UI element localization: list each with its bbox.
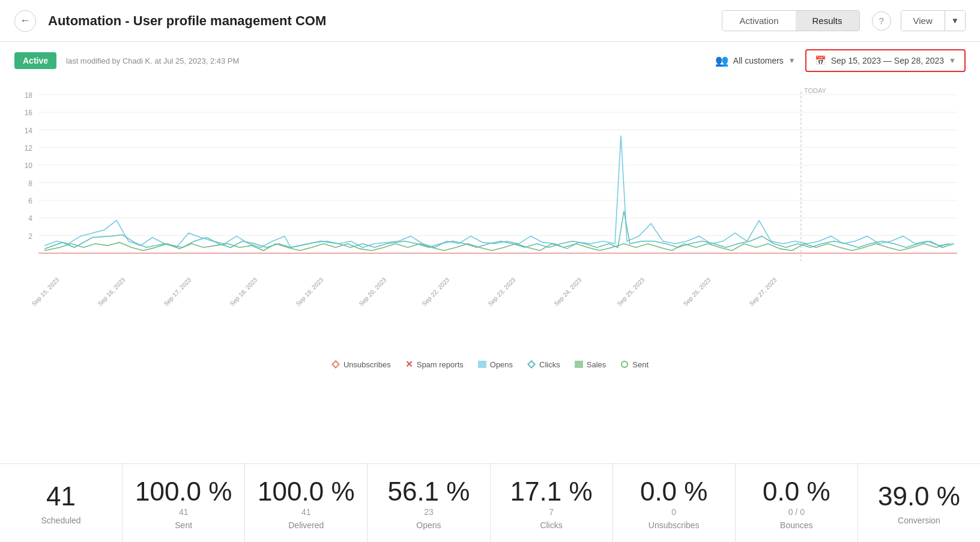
svg-point-37: [622, 361, 628, 367]
header: ← Automation - User profile management C…: [0, 0, 980, 42]
stat-clicks-sub: 7: [549, 507, 554, 517]
view-caret-button[interactable]: ▼: [945, 11, 965, 31]
svg-text:Sep 22, 2023: Sep 22, 2023: [421, 276, 451, 307]
stat-opens-label: Opens: [416, 520, 441, 530]
svg-rect-35: [528, 361, 534, 367]
svg-text:Sep 25, 2023: Sep 25, 2023: [616, 276, 646, 307]
stat-conversion: 39.0 % Conversion: [858, 464, 980, 542]
svg-text:Sep 20, 2023: Sep 20, 2023: [358, 276, 388, 307]
date-range-button[interactable]: 📅 Sep 15, 2023 — Sep 28, 2023 ▼: [805, 49, 966, 72]
stat-unsubscribes-main: 0.0 %: [640, 478, 708, 505]
audience-icon: 👥: [715, 54, 728, 67]
stat-opens-sub: 23: [424, 507, 434, 517]
legend-spam-label: Spam reports: [417, 360, 464, 369]
legend-sales: Sales: [575, 360, 606, 369]
page: ← Automation - User profile management C…: [0, 0, 980, 542]
stat-bounces-main: 0.0 %: [763, 478, 830, 505]
subheader: Active last modified by Chadi K. at Jul …: [0, 42, 980, 79]
stat-clicks-label: Clicks: [540, 520, 562, 530]
stat-bounces-label: Bounces: [780, 520, 812, 530]
audience-caret: ▼: [788, 56, 796, 65]
stat-sent-label: Sent: [175, 520, 192, 530]
stat-conversion-main: 39.0 %: [878, 483, 960, 510]
audience-label: All customers: [733, 56, 784, 65]
stat-scheduled: 41 Scheduled: [0, 464, 122, 542]
tab-group: Activation Results: [722, 10, 859, 31]
calendar-icon: 📅: [815, 55, 826, 66]
svg-text:14: 14: [25, 126, 32, 134]
stats-bar: 41 Scheduled 100.0 % 41 Sent 100.0 % 41 …: [0, 463, 980, 542]
chart-legend: Unsubscribes ✕ Spam reports Opens Clicks…: [14, 349, 966, 379]
svg-text:18: 18: [25, 91, 32, 100]
legend-unsubscribes: Unsubscribes: [331, 360, 391, 369]
legend-sales-label: Sales: [587, 360, 606, 369]
stat-delivered: 100.0 % 41 Delivered: [245, 464, 368, 542]
stat-opens: 56.1 % 23 Opens: [368, 464, 490, 542]
stat-scheduled-main: 41: [46, 483, 76, 510]
svg-text:Sep 27, 2023: Sep 27, 2023: [748, 276, 778, 307]
stat-sent-sub: 41: [179, 507, 189, 517]
svg-text:TODAY: TODAY: [804, 86, 826, 94]
tab-results[interactable]: Results: [796, 11, 859, 31]
tab-activation[interactable]: Activation: [722, 11, 795, 31]
svg-text:Sep 17, 2023: Sep 17, 2023: [163, 276, 193, 307]
stat-unsubscribes-sub: 0: [671, 507, 676, 517]
stat-unsubscribes-label: Unsubscribes: [649, 520, 700, 530]
back-button[interactable]: ←: [14, 10, 36, 32]
svg-text:6: 6: [28, 197, 32, 205]
legend-sent: Sent: [620, 360, 649, 369]
page-title: Automation - User profile management COM: [48, 13, 710, 29]
spam-x-icon: ✕: [405, 359, 413, 370]
view-btn-group: View ▼: [901, 10, 966, 31]
svg-text:Sep 18, 2023: Sep 18, 2023: [229, 276, 259, 307]
legend-opens: Opens: [478, 360, 513, 369]
stat-opens-main: 56.1 %: [387, 478, 470, 505]
stat-delivered-sub: 41: [301, 507, 311, 517]
stat-conversion-label: Conversion: [898, 516, 940, 525]
view-button[interactable]: View: [901, 11, 945, 31]
legend-clicks: Clicks: [527, 360, 560, 369]
stat-clicks: 17.1 % 7 Clicks: [491, 464, 613, 542]
svg-text:8: 8: [28, 179, 32, 187]
legend-unsubscribes-label: Unsubscribes: [343, 360, 391, 369]
stat-bounces: 0.0 % 0 / 0 Bounces: [736, 464, 858, 542]
stat-scheduled-label: Scheduled: [41, 516, 80, 525]
stat-unsubscribes: 0.0 % 0 Unsubscribes: [613, 464, 736, 542]
svg-text:Sep 15, 2023: Sep 15, 2023: [31, 276, 61, 307]
stat-sent: 100.0 % 41 Sent: [122, 464, 245, 542]
stat-delivered-label: Delivered: [288, 520, 324, 530]
chart-container: 18 16 14 12 10 8 6 4 2: [14, 85, 966, 349]
svg-text:16: 16: [25, 109, 32, 117]
header-right: ? View ▼: [872, 10, 966, 31]
svg-text:Sep 23, 2023: Sep 23, 2023: [487, 276, 517, 307]
modified-text: last modified by Chadi K. at Jul 25, 202…: [66, 56, 706, 65]
svg-rect-33: [332, 361, 339, 367]
svg-text:Sep 19, 2023: Sep 19, 2023: [295, 276, 325, 307]
legend-spam: ✕ Spam reports: [405, 359, 464, 370]
svg-text:2: 2: [28, 232, 32, 240]
chart-section: 18 16 14 12 10 8 6 4 2: [0, 79, 980, 463]
svg-rect-34: [478, 361, 486, 368]
svg-text:Sep 16, 2023: Sep 16, 2023: [97, 276, 127, 307]
stat-delivered-main: 100.0 %: [258, 478, 354, 505]
stat-sent-main: 100.0 %: [135, 478, 232, 505]
chart-svg: 18 16 14 12 10 8 6 4 2: [14, 85, 966, 349]
svg-text:12: 12: [25, 144, 32, 152]
svg-text:Sep 24, 2023: Sep 24, 2023: [553, 276, 583, 307]
status-badge: Active: [14, 52, 56, 69]
svg-text:10: 10: [25, 161, 32, 170]
legend-clicks-label: Clicks: [539, 360, 560, 369]
svg-text:Sep 26, 2023: Sep 26, 2023: [682, 276, 712, 307]
date-range-text: Sep 15, 2023 — Sep 28, 2023: [831, 56, 944, 65]
svg-text:4: 4: [28, 214, 32, 223]
audience-selector[interactable]: 👥 All customers ▼: [715, 54, 796, 67]
legend-opens-label: Opens: [490, 360, 513, 369]
stat-clicks-main: 17.1 %: [510, 478, 593, 505]
stat-bounces-sub: 0 / 0: [788, 507, 805, 517]
help-button[interactable]: ?: [872, 11, 891, 31]
date-range-caret: ▼: [949, 56, 956, 65]
legend-sent-label: Sent: [632, 360, 649, 369]
svg-rect-36: [575, 361, 583, 368]
